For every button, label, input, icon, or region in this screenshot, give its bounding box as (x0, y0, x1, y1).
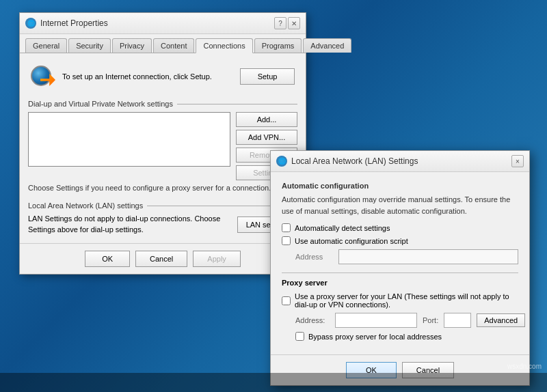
lan-info-text: LAN Settings do not apply to dial-up con… (28, 214, 230, 235)
lan-settings-dialog: 🌐 Local Area Network (LAN) Settings × Au… (270, 150, 530, 386)
auto-script-checkbox[interactable] (282, 236, 291, 245)
auto-detect-row: Automatically detect settings (282, 223, 518, 232)
lan-close-button[interactable]: × (511, 155, 524, 167)
bypass-row: Bypass proxy server for local addresses (295, 332, 518, 341)
close-button[interactable]: ✕ (288, 17, 300, 29)
divider (282, 272, 518, 273)
help-button[interactable]: ? (274, 17, 286, 29)
proxy-server-title: Proxy server (282, 279, 518, 287)
lan-titlebar-controls: × (511, 155, 524, 167)
tab-security[interactable]: Security (68, 38, 111, 53)
taskbar (0, 373, 547, 392)
lan-section-label: Local Area Network (LAN) settings (28, 201, 297, 210)
lan-dialog-body: Automatic configuration Automatic config… (271, 172, 529, 354)
proxy-address-input[interactable] (335, 313, 417, 328)
tab-advanced[interactable]: Advanced (303, 38, 351, 53)
ie-icon: 🌐 (25, 18, 36, 29)
internet-properties-titlebar: 🌐 Internet Properties ? ✕ (20, 13, 306, 34)
proxy-enable-checkbox[interactable] (282, 296, 291, 305)
dialup-section-label: Dial-up and Virtual Private Network sett… (28, 100, 297, 108)
port-input[interactable]: 80 (444, 313, 471, 328)
auto-script-label: Use automatic configuration script (295, 237, 408, 245)
lan-titlebar: 🌐 Local Area Network (LAN) Settings × (271, 151, 529, 172)
auto-detect-label: Automatically detect settings (295, 224, 390, 232)
tab-connections[interactable]: Connections (196, 38, 252, 53)
proxy-checkbox-label: Use a proxy server for your LAN (These s… (295, 292, 518, 309)
setup-text: To set up an Internet connection, click … (62, 71, 233, 83)
proxy-info-text: Choose Settings if you need to configure… (28, 183, 297, 193)
script-address-input[interactable] (338, 249, 518, 264)
ip-cancel-button[interactable]: Cancel (135, 251, 187, 267)
tabs-bar: General Security Privacy Content Connect… (20, 34, 306, 53)
watermark: wsxdn.com (507, 363, 542, 370)
add-button[interactable]: Add... (236, 112, 297, 127)
internet-properties-title: Internet Properties (40, 18, 108, 28)
globe-icon (31, 64, 55, 89)
lan-section: Local Area Network (LAN) settings LAN Se… (28, 201, 297, 235)
add-vpn-button[interactable]: Add VPN... (236, 130, 297, 145)
port-label-text: Port: (423, 316, 438, 324)
internet-properties-dialog: 🌐 Internet Properties ? ✕ General Securi… (19, 12, 306, 275)
ip-ok-button[interactable]: OK (85, 251, 130, 267)
titlebar-controls: ? ✕ (274, 17, 300, 29)
tab-general[interactable]: General (25, 38, 67, 53)
setup-row: To set up an Internet connection, click … (28, 61, 297, 92)
dialog-body: To set up an Internet connection, click … (20, 53, 306, 243)
auto-config-desc: Automatic configuration may override man… (282, 194, 518, 216)
auto-config-title: Automatic configuration (282, 182, 518, 190)
script-address-row: Address (295, 249, 518, 264)
proxy-address-label: Address: (295, 316, 330, 324)
titlebar-left: 🌐 Internet Properties (25, 18, 108, 29)
proxy-address-row: Address: Port: 80 Advanced (295, 313, 518, 328)
tab-programs[interactable]: Programs (254, 38, 302, 53)
dialup-area: Add... Add VPN... Remove... Settings (28, 112, 297, 180)
auto-detect-checkbox[interactable] (282, 223, 291, 232)
auto-script-row: Use automatic configuration script (282, 236, 518, 245)
ip-apply-button[interactable]: Apply (193, 251, 241, 267)
internet-properties-footer: OK Cancel Apply (20, 243, 306, 274)
proxy-checkbox-row: Use a proxy server for your LAN (These s… (282, 292, 518, 309)
bypass-label: Bypass proxy server for local addresses (308, 333, 442, 341)
address-label-text: Address (295, 253, 333, 261)
lan-icon: 🌐 (276, 156, 287, 167)
tab-privacy[interactable]: Privacy (112, 38, 152, 53)
lan-dialog-title: Local Area Network (LAN) Settings (291, 156, 418, 166)
lan-row: LAN Settings do not apply to dial-up con… (28, 214, 297, 235)
advanced-proxy-button[interactable]: Advanced (477, 313, 525, 327)
lan-titlebar-left: 🌐 Local Area Network (LAN) Settings (276, 156, 418, 167)
setup-button[interactable]: Setup (240, 68, 295, 85)
bypass-checkbox[interactable] (295, 332, 304, 341)
dialup-listbox[interactable] (28, 112, 230, 167)
tab-content[interactable]: Content (153, 38, 195, 53)
